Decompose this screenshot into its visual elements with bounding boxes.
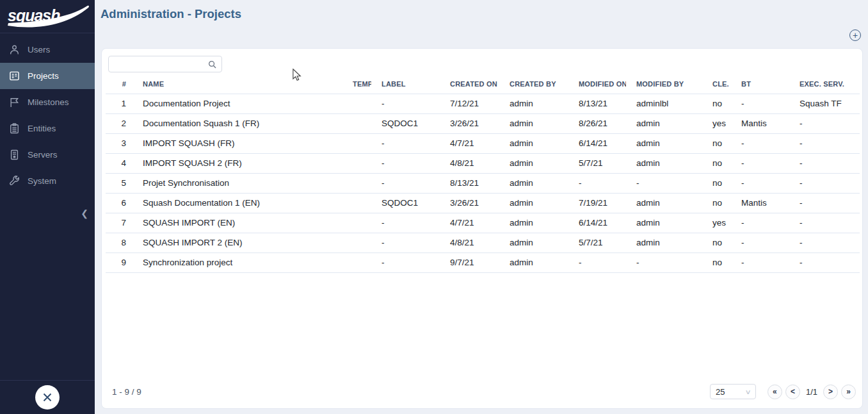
table-cell: - (789, 193, 860, 213)
column-header-created-by[interactable]: CREATED BY (499, 74, 568, 94)
table-cell: no (702, 94, 731, 113)
table-row[interactable]: 6Squash Documentation 1 (EN)SQDOC13/26/2… (106, 193, 860, 213)
table-cell: Squash TF (789, 94, 860, 113)
next-page-button[interactable]: > (823, 385, 838, 399)
table-cell: 8/13/21 (568, 94, 626, 113)
table-cell (342, 153, 371, 173)
sidebar-item-servers[interactable]: Servers (0, 142, 95, 168)
first-page-button[interactable]: « (768, 385, 782, 399)
logo-text: squash (8, 6, 60, 24)
add-project-button[interactable]: + (849, 29, 861, 41)
table-cell: 1 (106, 94, 133, 113)
sidebar-item-label: Entities (28, 124, 56, 133)
column-header-exec-serv[interactable]: EXEC. SERV. (789, 74, 860, 94)
table-cell: - (568, 173, 626, 193)
table-cell: Mantis (731, 113, 789, 133)
last-page-button[interactable]: » (841, 385, 856, 399)
sidebar-item-projects[interactable]: Projects (0, 63, 95, 89)
table-cell: 7 (106, 213, 133, 233)
column-header-cle[interactable]: CLE. (702, 74, 731, 94)
table-cell: admin (499, 113, 568, 133)
table-cell: - (371, 213, 440, 233)
table-cell: 3/26/21 (440, 113, 499, 133)
table-cell: no (702, 233, 731, 253)
sidebar-item-label: Milestones (28, 97, 69, 107)
table-cell: SQDOC1 (371, 113, 440, 133)
table-cell: admin (499, 213, 568, 233)
table-cell: - (789, 113, 860, 133)
column-header-index[interactable]: # (106, 74, 133, 94)
sidebar-nav: Users Projects Milestones Entities (0, 33, 95, 194)
table-cell: - (371, 233, 440, 253)
previous-page-button[interactable]: < (785, 385, 800, 399)
page-size-value: 25 (716, 387, 725, 397)
table-cell: - (626, 173, 702, 193)
search-icon[interactable] (208, 60, 216, 69)
table-cell: 4/7/21 (440, 133, 499, 153)
table-row[interactable]: 5Projet Synchronisation-8/13/21admin--no… (106, 173, 860, 193)
table-cell: Documentation Squash 1 (FR) (133, 113, 342, 133)
table-cell: - (789, 153, 860, 173)
sidebar-item-system[interactable]: System (0, 168, 95, 194)
table-cell: 6 (106, 193, 133, 213)
sidebar-item-milestones[interactable]: Milestones (0, 89, 95, 115)
sidebar-item-label: Servers (28, 150, 58, 160)
table-cell (342, 94, 371, 113)
table-cell: Projet Synchronisation (133, 173, 342, 193)
column-header-label[interactable]: LABEL (371, 74, 440, 94)
table-cell: - (731, 233, 789, 253)
table-cell: 4 (106, 153, 133, 173)
table-cell: admin (499, 153, 568, 173)
sidebar-item-users[interactable]: Users (0, 37, 95, 63)
flag-icon (9, 97, 20, 108)
column-header-created-on[interactable]: CREATED ON (440, 74, 499, 94)
table-cell (342, 213, 371, 233)
app-logo[interactable]: squash (0, 0, 95, 33)
table-cell (342, 193, 371, 213)
table-row[interactable]: 4IMPORT SQUASH 2 (FR)-4/8/21admin5/7/21a… (106, 153, 860, 173)
table-row[interactable]: 8SQUASH IMPORT 2 (EN)-4/8/21admin5/7/21a… (106, 233, 860, 253)
sidebar-item-entities[interactable]: Entities (0, 115, 95, 142)
sidebar-item-label: Users (28, 45, 50, 54)
column-header-name[interactable]: NAME (133, 74, 342, 94)
table-cell: 7/12/21 (440, 94, 499, 113)
table-header-row: # NAME TEMPL. LABEL CREATED ON CREATED B… (106, 74, 860, 94)
table-cell: yes (702, 113, 731, 133)
table-cell: adminlbl (626, 94, 702, 113)
table-row[interactable]: 2Documentation Squash 1 (FR)SQDOC13/26/2… (106, 113, 860, 133)
table-cell: 9 (106, 253, 133, 272)
table-row[interactable]: 9Synchronization project-9/7/21admin--no… (106, 253, 860, 272)
sidebar-item-label: Projects (28, 71, 59, 81)
sidebar-item-label: System (28, 176, 56, 186)
table-cell: admin (499, 253, 568, 272)
table-cell: IMPORT SQUASH (FR) (133, 133, 342, 153)
table-cell: yes (702, 213, 731, 233)
table-row[interactable]: 7SQUASH IMPORT (EN)-4/7/21admin6/14/21ad… (106, 213, 860, 233)
table-cell: 5/7/21 (568, 233, 626, 253)
projects-panel: # NAME TEMPL. LABEL CREATED ON CREATED B… (101, 48, 863, 409)
page-size-select[interactable]: 25 ∨ (710, 384, 756, 399)
close-admin-button[interactable] (35, 385, 60, 410)
table-cell: no (702, 133, 731, 153)
table-cell: admin (626, 153, 702, 173)
column-header-modified-by[interactable]: MODIFIED BY (626, 74, 702, 94)
table-cell: admin (626, 233, 702, 253)
table-cell: 2 (106, 113, 133, 133)
table-row[interactable]: 1Documentation Project-7/12/21admin8/13/… (106, 94, 860, 113)
table-cell: 3/26/21 (440, 193, 499, 213)
table-cell: 6/14/21 (568, 133, 626, 153)
table-cell: - (789, 173, 860, 193)
table-cell: 5 (106, 173, 133, 193)
table-cell: 6/14/21 (568, 213, 626, 233)
table-cell: no (702, 193, 731, 213)
table-cell: 4/8/21 (440, 153, 499, 173)
table-cell: admin (626, 133, 702, 153)
column-header-template[interactable]: TEMPL. (342, 74, 371, 94)
sidebar-collapse-button[interactable]: ❮ (78, 206, 91, 220)
column-header-modified-on[interactable]: MODIFIED ON (568, 74, 626, 94)
table-cell: Squash Documentation 1 (EN) (133, 193, 342, 213)
table-row[interactable]: 3IMPORT SQUASH (FR)-4/7/21admin6/14/21ad… (106, 133, 860, 153)
search-input[interactable] (109, 60, 208, 69)
table-cell: - (789, 213, 860, 233)
column-header-bt[interactable]: BT (731, 74, 789, 94)
